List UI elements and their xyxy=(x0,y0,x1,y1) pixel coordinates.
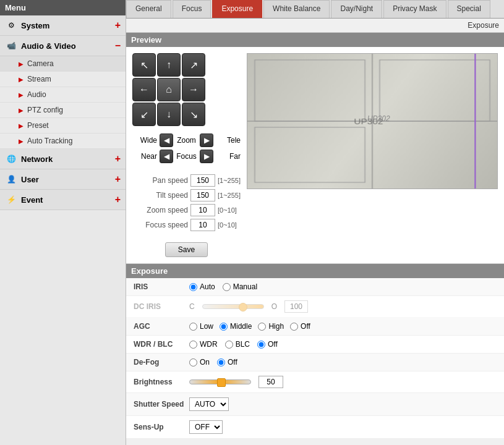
sidebar-item-ptz-config[interactable]: ▶ PTZ config xyxy=(0,103,126,118)
brightness-slider[interactable] xyxy=(189,379,251,384)
wdrblc-off-radio[interactable] xyxy=(257,341,265,349)
zoom-speed-input[interactable] xyxy=(190,204,215,216)
defog-off-radio[interactable] xyxy=(217,358,225,367)
sens-up-controls: OFF X2 X4 X8 X16 xyxy=(189,420,223,434)
sens-up-select[interactable]: OFF X2 X4 X8 X16 xyxy=(189,420,223,434)
ptz-upright[interactable]: ↗ xyxy=(182,53,205,77)
brightness-label: Brightness xyxy=(134,378,189,386)
sidebar-item-audio[interactable]: ▶ Audio xyxy=(0,87,126,103)
dc-iris-slider[interactable] xyxy=(202,304,264,309)
sidebar-toggle-event[interactable]: + xyxy=(115,194,121,205)
pan-speed-row: Pan speed [1~255] xyxy=(132,174,241,187)
sidebar-item-stream[interactable]: ▶ Stream xyxy=(0,72,126,87)
tele-label: Tele xyxy=(216,136,241,145)
blc-radio[interactable] xyxy=(225,341,233,349)
defog-on-radio[interactable] xyxy=(189,358,197,367)
wdrblc-off-label[interactable]: Off xyxy=(257,340,278,349)
user-icon: 👤 xyxy=(5,173,17,185)
brightness-thumb[interactable] xyxy=(217,378,226,387)
de-fog-row: De-Fog On Off xyxy=(126,354,504,371)
sidebar-item-system[interactable]: ⚙ System + xyxy=(0,15,126,36)
save-button[interactable]: Save xyxy=(165,242,208,257)
shutter-speed-label: Shutter Speed xyxy=(134,400,189,409)
sidebar-item-auto-tracking[interactable]: ▶ Auto Tracking xyxy=(0,134,126,149)
agc-middle-label[interactable]: Middle xyxy=(220,322,252,331)
iris-manual-label[interactable]: Manual xyxy=(223,282,257,291)
speed-grid: Pan speed [1~255] Tilt speed [1~255] Zoo… xyxy=(132,174,241,234)
focus-near-btn[interactable]: ◀ xyxy=(160,150,173,163)
sidebar-item-audio-video[interactable]: 📹 Audio & Video − xyxy=(0,36,126,56)
tab-bar: General Focus Exposure White Balance Day… xyxy=(126,0,504,19)
tab-general[interactable]: General xyxy=(126,0,171,18)
zoom-speed-label: Zoom speed xyxy=(132,206,188,214)
audio-video-icon: 📹 xyxy=(5,40,17,52)
blc-label[interactable]: BLC xyxy=(225,340,250,349)
de-fog-controls: On Off xyxy=(189,358,237,367)
wdr-radio[interactable] xyxy=(189,341,197,349)
iris-auto-label[interactable]: Auto xyxy=(189,282,215,291)
wdr-blc-controls: WDR BLC Off xyxy=(189,340,278,349)
iris-auto-radio[interactable] xyxy=(189,283,197,291)
dc-iris-value[interactable] xyxy=(284,300,308,313)
agc-off-radio[interactable] xyxy=(290,323,298,331)
zoom-focus-controls: Wide ◀ Zoom ▶ Tele Near ◀ Focus ▶ Far xyxy=(132,134,241,166)
sidebar-toggle-network[interactable]: + xyxy=(115,153,121,164)
agc-middle-radio[interactable] xyxy=(220,323,228,331)
agc-high-radio[interactable] xyxy=(258,323,266,331)
ptz-right[interactable]: → xyxy=(182,78,205,101)
agc-low-label[interactable]: Low xyxy=(189,322,213,331)
sidebar-toggle-user[interactable]: + xyxy=(115,174,121,185)
zoom-wide-btn[interactable]: ◀ xyxy=(160,134,173,147)
tilt-speed-input[interactable] xyxy=(190,189,215,201)
focus-speed-range: [0~10] xyxy=(218,221,237,229)
agc-high-label[interactable]: High xyxy=(258,322,284,331)
sidebar-item-user[interactable]: 👤 User + xyxy=(0,169,126,190)
de-fog-label: De-Fog xyxy=(134,358,189,367)
tab-special[interactable]: Special xyxy=(448,0,490,18)
iris-controls: Auto Manual xyxy=(189,282,257,291)
ptz-downright[interactable]: ↘ xyxy=(182,103,205,126)
ptz-downleft[interactable]: ↙ xyxy=(132,103,156,126)
brightness-value[interactable] xyxy=(258,376,283,388)
wdr-label[interactable]: WDR xyxy=(189,340,218,349)
agc-low-radio[interactable] xyxy=(189,323,197,331)
tab-privacy-mask[interactable]: Privacy Mask xyxy=(383,0,446,18)
ptz-home[interactable]: ⌂ xyxy=(157,78,181,101)
wide-label: Wide xyxy=(132,136,157,145)
focus-far-btn[interactable]: ▶ xyxy=(200,150,213,163)
sidebar-item-event[interactable]: ⚡ Event + xyxy=(0,190,126,210)
sidebar-item-preset[interactable]: ▶ Preset xyxy=(0,118,126,134)
iris-manual-radio[interactable] xyxy=(223,283,231,291)
tab-day-night[interactable]: Day/Night xyxy=(331,0,382,18)
zoom-row: Wide ◀ Zoom ▶ Tele xyxy=(132,134,241,147)
ptz-down[interactable]: ↓ xyxy=(157,103,181,126)
tab-focus[interactable]: Focus xyxy=(173,0,211,18)
focus-speed-input[interactable] xyxy=(190,219,215,231)
arrow-stream: ▶ xyxy=(19,76,23,83)
brightness-row: Brightness xyxy=(126,371,504,393)
defog-on-label[interactable]: On xyxy=(189,358,210,367)
agc-off-label[interactable]: Off xyxy=(290,322,310,331)
shutter-speed-select[interactable]: AUTO 1/25 1/50 1/100 1/250 1/500 xyxy=(189,397,229,411)
tilt-speed-label: Tilt speed xyxy=(132,191,188,200)
tab-section-title: Exposure xyxy=(126,19,504,33)
sidebar-toggle-system[interactable]: + xyxy=(115,20,121,31)
ptz-up[interactable]: ↑ xyxy=(157,53,181,77)
sidebar-item-camera[interactable]: ▶ Camera xyxy=(0,56,126,72)
defog-off-label[interactable]: Off xyxy=(217,358,237,367)
arrow-audio: ▶ xyxy=(19,91,23,98)
pan-speed-input[interactable] xyxy=(190,174,215,187)
ptz-left[interactable]: ← xyxy=(132,78,156,101)
sidebar-item-network[interactable]: 🌐 Network + xyxy=(0,149,126,169)
zoom-tele-btn[interactable]: ▶ xyxy=(200,134,213,147)
sidebar-toggle-audio-video[interactable]: − xyxy=(115,40,121,51)
tab-white-balance[interactable]: White Balance xyxy=(263,0,330,18)
sidebar-header: Menu xyxy=(0,0,126,15)
iris-manual-text: Manual xyxy=(233,282,257,291)
ptz-upleft[interactable]: ↖ xyxy=(132,53,156,77)
dc-iris-thumb[interactable] xyxy=(239,303,247,312)
sidebar-label-system: System xyxy=(21,21,115,30)
iris-auto-text: Auto xyxy=(200,282,215,291)
arrow-auto-tracking: ▶ xyxy=(19,138,23,145)
tab-exposure[interactable]: Exposure xyxy=(212,0,262,18)
